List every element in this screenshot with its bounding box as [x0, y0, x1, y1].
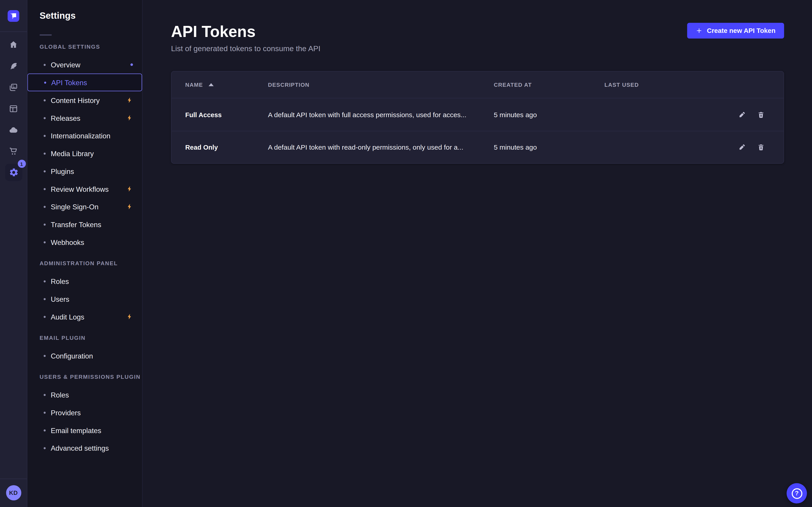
bullet-icon	[44, 280, 46, 282]
bullet-icon	[44, 170, 46, 172]
content-builder-icon[interactable]	[6, 59, 20, 73]
section-header: USERS & PERMISSIONS PLUGIN	[28, 374, 142, 380]
marketplace-cart-icon[interactable]	[6, 144, 20, 158]
sidebar-item-audit-logs[interactable]: Audit Logs	[28, 308, 142, 326]
sidebar-item-up-email-templates[interactable]: Email templates	[28, 421, 142, 439]
delete-trash-icon[interactable]	[755, 109, 767, 121]
bullet-icon	[44, 206, 46, 208]
create-api-token-button[interactable]: Create new API Token	[687, 23, 784, 39]
sidebar-title: Settings	[28, 0, 142, 21]
token-created-at: 5 minutes ago	[494, 144, 605, 151]
bullet-icon	[44, 117, 46, 119]
sidebar-item-releases[interactable]: Releases	[28, 109, 142, 127]
sort-asc-icon	[208, 83, 214, 86]
bullet-icon	[44, 134, 46, 136]
sidebar-item-webhooks[interactable]: Webhooks	[28, 233, 142, 251]
lightning-bolt-icon	[126, 186, 133, 192]
table-row[interactable]: Read Only A default API token with read-…	[172, 131, 784, 163]
section-global-settings: GLOBAL SETTINGS Overview API Tokens Cont…	[28, 44, 142, 251]
lightning-bolt-icon	[126, 314, 133, 320]
sidebar-item-admin-roles[interactable]: Roles	[28, 272, 142, 290]
lightning-bolt-icon	[126, 97, 133, 103]
sidebar-item-up-providers[interactable]: Providers	[28, 404, 142, 421]
sidebar-item-api-tokens[interactable]: API Tokens	[28, 73, 142, 91]
sidebar-item-admin-users[interactable]: Users	[28, 290, 142, 308]
bullet-icon	[44, 316, 46, 318]
bullet-icon	[44, 223, 46, 225]
bullet-icon	[44, 81, 46, 83]
table-header-row: NAME DESCRIPTION CREATED AT LAST USED	[172, 71, 784, 98]
media-library-icon[interactable]	[6, 80, 20, 95]
sidebar-item-review-workflows[interactable]: Review Workflows	[28, 180, 142, 198]
column-header-created-at: CREATED AT	[494, 81, 605, 88]
edit-pencil-icon[interactable]	[736, 109, 748, 121]
token-name: Read Only	[185, 144, 268, 151]
bullet-icon	[44, 152, 46, 154]
section-header: ADMINISTRATION PANEL	[28, 260, 142, 266]
bullet-icon	[44, 241, 46, 243]
sidebar-item-overview[interactable]: Overview	[28, 56, 142, 74]
layout-icon[interactable]	[6, 101, 20, 116]
page-subtitle: List of generated tokens to consume the …	[171, 44, 320, 53]
token-description: A default API token with full access per…	[268, 111, 494, 118]
sidebar-item-single-sign-on[interactable]: Single Sign-On	[28, 198, 142, 216]
section-users-permissions-plugin: USERS & PERMISSIONS PLUGIN Roles Provide…	[28, 374, 142, 457]
question-mark-icon: ?	[792, 488, 802, 499]
section-header: EMAIL PLUGIN	[28, 335, 142, 341]
lightning-bolt-icon	[126, 115, 133, 121]
help-button[interactable]: ?	[787, 483, 807, 503]
user-section: KD	[0, 478, 27, 507]
api-tokens-table: NAME DESCRIPTION CREATED AT LAST USED Fu…	[171, 71, 784, 164]
plus-icon	[696, 27, 702, 34]
column-header-description: DESCRIPTION	[268, 81, 494, 88]
settings-sidebar: Settings GLOBAL SETTINGS Overview API To…	[28, 0, 143, 507]
bullet-icon	[44, 298, 46, 300]
sidebar-title-divider	[40, 35, 52, 36]
section-administration-panel: ADMINISTRATION PANEL Roles Users Audit L…	[28, 260, 142, 325]
settings-notification-badge: 1	[17, 160, 26, 168]
main-nav-bar: 1 KD	[0, 0, 28, 507]
bullet-icon	[44, 188, 46, 190]
logo-section	[0, 0, 27, 32]
app-window: 1 KD Settings GLOBAL SETTINGS Overview A…	[0, 0, 812, 507]
page-title: API Tokens	[171, 23, 320, 41]
token-description: A default API token with read-only permi…	[268, 144, 494, 151]
sidebar-item-up-advanced-settings[interactable]: Advanced settings	[28, 439, 142, 457]
edit-pencil-icon[interactable]	[736, 141, 748, 154]
sidebar-item-media-library[interactable]: Media Library	[28, 145, 142, 162]
token-name: Full Access	[185, 111, 268, 118]
sidebar-item-internationalization[interactable]: Internationalization	[28, 127, 142, 145]
notification-dot-icon	[131, 63, 133, 66]
bullet-icon	[44, 355, 46, 357]
table-row[interactable]: Full Access A default API token with ful…	[172, 99, 784, 131]
cloud-icon[interactable]	[6, 123, 20, 137]
section-email-plugin: EMAIL PLUGIN Configuration	[28, 335, 142, 364]
strapi-logo-icon	[8, 10, 19, 22]
bullet-icon	[44, 99, 46, 101]
sidebar-item-plugins[interactable]: Plugins	[28, 162, 142, 180]
column-header-name[interactable]: NAME	[185, 81, 268, 88]
bullet-icon	[44, 447, 46, 449]
lightning-bolt-icon	[126, 203, 133, 210]
token-created-at: 5 minutes ago	[494, 111, 605, 118]
bullet-icon	[44, 429, 46, 431]
sidebar-item-up-roles[interactable]: Roles	[28, 386, 142, 404]
bullet-icon	[44, 64, 46, 66]
sidebar-item-content-history[interactable]: Content History	[28, 91, 142, 109]
bullet-icon	[44, 394, 46, 396]
sidebar-item-email-configuration[interactable]: Configuration	[28, 347, 142, 364]
column-header-last-used: LAST USED	[605, 81, 706, 88]
user-avatar[interactable]: KD	[6, 485, 21, 501]
page-header: API Tokens List of generated tokens to c…	[171, 23, 784, 53]
main-content: API Tokens List of generated tokens to c…	[143, 0, 812, 507]
section-header: GLOBAL SETTINGS	[28, 44, 142, 50]
strapi-logo[interactable]	[8, 10, 19, 22]
delete-trash-icon[interactable]	[755, 141, 767, 154]
sidebar-item-transfer-tokens[interactable]: Transfer Tokens	[28, 215, 142, 233]
home-icon[interactable]	[6, 38, 20, 52]
bullet-icon	[44, 411, 46, 413]
settings-gear-icon[interactable]: 1	[5, 164, 22, 181]
